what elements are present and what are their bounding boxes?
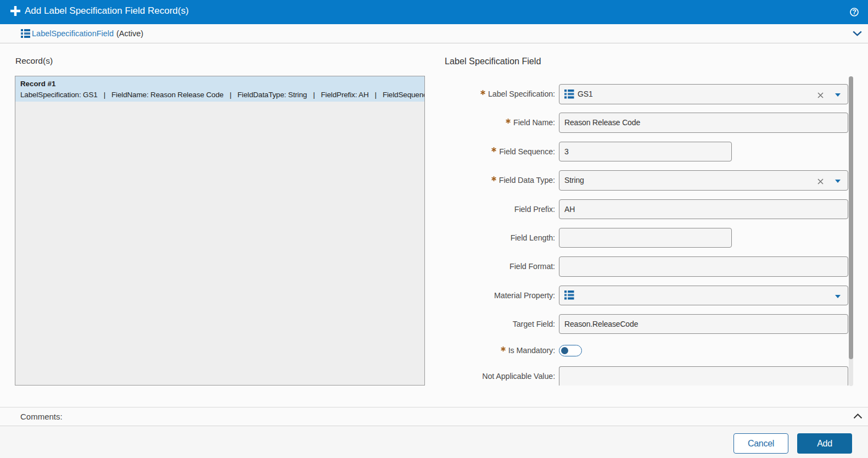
svg-text:?: ? [852, 8, 856, 16]
